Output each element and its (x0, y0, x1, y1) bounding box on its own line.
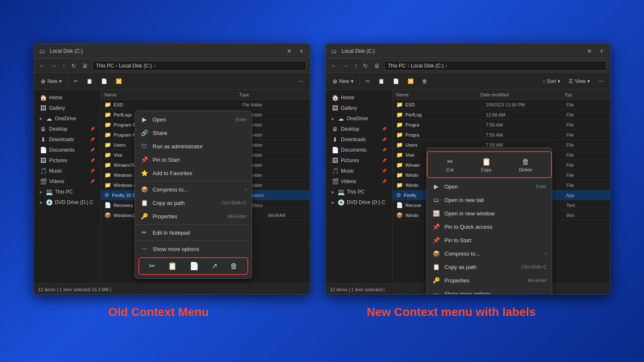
cm-act-share[interactable]: ↗ (210, 260, 219, 272)
right-sidebar-item-pictures[interactable]: 🖼Pictures📌 (327, 155, 391, 165)
right-delete-button[interactable]: 🗑 (419, 75, 431, 87)
sidebar-item-gallery[interactable]: 🖼Gallery (36, 103, 99, 113)
cm-act-cut[interactable]: ✂ (147, 260, 157, 272)
left-explorer-window: 🗂 Local Disk (C:) ✕ + ← → ↑ ↻ 🖥 This PC … (34, 43, 310, 295)
right-label: New Context menu with labels (367, 305, 536, 319)
sidebar-item-downloads[interactable]: ⬇Downloads📌 (36, 134, 99, 145)
right-more-button[interactable]: ⋯ (595, 75, 607, 87)
right-refresh-button[interactable]: ↻ (361, 62, 370, 69)
right-sidebar-item-videos[interactable]: 🎬Videos📌 (327, 176, 391, 186)
right-file-row-esd[interactable]: 📁ESD2/9/2023 11:50 PMFile (393, 100, 610, 110)
cm-pinstart[interactable]: 📌 Pin to Start (135, 153, 252, 166)
right-rename-button[interactable]: 🔀 (404, 75, 417, 87)
right-cm-open[interactable]: ▶ Open Enter (427, 180, 552, 193)
right-breadcrumb[interactable]: This PC › Local Disk (C:) › (384, 61, 607, 71)
left-label: Old Context Menu (108, 305, 209, 319)
right-cm-cut[interactable]: ✂ Cut (443, 155, 457, 174)
cm-showmore[interactable]: ⋯ Show more options (135, 242, 252, 256)
right-sidebar-item-documents[interactable]: 📄Documents📌 (327, 145, 391, 155)
left-context-menu: ▶ Open Enter 🔗 Share 🛡 Run as administra… (135, 111, 252, 279)
cm-open[interactable]: ▶ Open Enter (135, 113, 252, 126)
file-row-esd[interactable]: 📁ESDFile folder (101, 100, 310, 110)
right-file-row-progfiles[interactable]: 📁Progra7:56 AMFile (393, 120, 610, 130)
right-cm-compress[interactable]: 📦 Compress to... › (427, 247, 552, 260)
left-toolbar-sep-1 (68, 77, 68, 85)
right-cm-showmore[interactable]: ⋯ Show more options (427, 287, 552, 295)
left-back-button[interactable]: ← (37, 62, 47, 69)
right-breadcrumb-localdisk: Local Disk (C:) (411, 63, 444, 69)
sidebar-item-videos[interactable]: 🎬Videos📌 (36, 176, 99, 186)
left-window-title: Local Disk (C:) (50, 48, 281, 54)
sidebar-item-desktop[interactable]: 🖥Desktop📌 (36, 124, 99, 134)
sidebar-item-pictures[interactable]: 🖼Pictures📌 (36, 155, 99, 165)
right-back-button[interactable]: ← (329, 62, 338, 69)
left-paste-button[interactable]: 📄 (98, 75, 111, 87)
left-breadcrumb[interactable]: This PC › Local Disk (C:) › (92, 61, 306, 71)
cm-compress[interactable]: 📦 Compress to... › (135, 183, 252, 196)
right-toolbar-right: ↕ Sort ▾ ☰ View ▾ ⋯ (539, 75, 607, 87)
right-paste-button[interactable]: 📄 (390, 75, 402, 87)
right-cm-copypath[interactable]: 📋 Copy as path Ctrl+Shift+C (427, 260, 552, 274)
left-up-button[interactable]: ↑ (61, 62, 67, 69)
cm-act-copy[interactable]: 📋 (166, 260, 179, 272)
right-sidebar-item-desktop[interactable]: 🖥Desktop📌 (327, 124, 391, 134)
right-pc-button[interactable]: 🖥 (372, 62, 382, 69)
breadcrumb-localdisk: Local Disk (C:) (119, 63, 152, 69)
right-up-button[interactable]: ↑ (353, 62, 359, 69)
sidebar-item-music[interactable]: 🎵Music📌 (36, 166, 99, 176)
right-cm-properties[interactable]: 🔑 Properties Alt+Enter (427, 274, 552, 287)
right-cm-opennewtab[interactable]: 🗂 Open in new tab (427, 193, 552, 207)
left-new-button[interactable]: ⊕ New ▾ (37, 75, 65, 87)
right-addressbar: ← → ↑ ↻ 🖥 This PC › Local Disk (C:) › (326, 59, 610, 73)
cm-editnotepad[interactable]: ✏ Edit in Notepad (135, 226, 252, 239)
right-sidebar-item-downloads[interactable]: ⬇Downloads📌 (327, 134, 391, 145)
sidebar-item-home[interactable]: 🏠Home (36, 93, 99, 103)
right-forward-button[interactable]: → (341, 62, 350, 69)
sidebar-item-documents[interactable]: 📄Documents📌 (36, 145, 99, 155)
right-sidebar-item-onedrive[interactable]: ☁OneDrive (327, 114, 391, 124)
sidebar-item-thispc[interactable]: 💻This PC (36, 187, 99, 197)
left-new-tab-button[interactable]: + (297, 47, 306, 55)
right-copy-button[interactable]: 📋 (375, 75, 388, 87)
cm-act-delete[interactable]: 🗑 (229, 260, 239, 272)
right-file-row-perflogs[interactable]: 📁PerfLog12:56 AMFile (393, 110, 610, 120)
right-sidebar-item-dvd[interactable]: 💿DVD Drive (D:) C (327, 197, 391, 207)
right-file-row-progfilesx86[interactable]: 📁Progra7:56 AMFile (393, 130, 610, 140)
right-sidebar-item-thispc[interactable]: 💻This PC (327, 187, 391, 197)
right-cut-button[interactable]: ✂ (362, 75, 373, 87)
left-addressbar: ← → ↑ ↻ 🖥 This PC › Local Disk (C:) › (34, 59, 310, 73)
cm-act-paste[interactable]: 📄 (188, 260, 200, 272)
cm-favorites[interactable]: ⭐ Add to Favorites (135, 166, 252, 180)
left-statusbar: 12 items | 1 item selected 15.3 MB | (34, 283, 310, 295)
right-cm-pinquick[interactable]: 📌 Pin to Quick access (427, 220, 552, 233)
right-cm-opennewwindow[interactable]: 🪟 Open in new window (427, 207, 552, 220)
cm-properties[interactable]: 🔑 Properties Alt+Enter (135, 209, 252, 223)
sidebar-item-onedrive[interactable]: ☁OneDrive (36, 114, 99, 124)
left-rename-button[interactable]: 🔀 (112, 75, 125, 87)
right-sidebar-item-music[interactable]: 🎵Music📌 (327, 166, 391, 176)
right-sidebar-item-gallery[interactable]: 🖼Gallery (327, 103, 391, 113)
left-more-button[interactable]: ⋯ (295, 75, 306, 87)
right-new-tab-button[interactable]: + (597, 47, 606, 55)
cm-runas[interactable]: 🛡 Run as administrator (135, 140, 252, 153)
right-cm-delete[interactable]: 🗑 Delete (516, 156, 536, 174)
left-cut-button[interactable]: ✂ (70, 75, 81, 87)
right-cm-pinstart[interactable]: 📌 Pin to Start (427, 233, 552, 247)
left-copy-button[interactable]: 📋 (83, 75, 96, 87)
left-refresh-button[interactable]: ↻ (70, 62, 78, 69)
right-cm-copy[interactable]: 📋 Copy (478, 155, 495, 174)
right-sort-button[interactable]: ↕ Sort ▾ (539, 75, 564, 87)
right-new-button[interactable]: ⊕ New ▾ (329, 75, 357, 87)
left-pc-button[interactable]: 🖥 (80, 62, 90, 69)
left-forward-button[interactable]: → (49, 62, 58, 69)
cm-share[interactable]: 🔗 Share (135, 126, 252, 140)
cm-copypath[interactable]: 📋 Copy as path Ctrl+Shift+C (135, 196, 252, 209)
sidebar-item-dvd[interactable]: 💿DVD Drive (D:) C (36, 197, 99, 207)
right-view-button[interactable]: ☰ View ▾ (565, 75, 593, 87)
label-row: Old Context Menu New Context menu with l… (37, 305, 607, 319)
right-titlebar: 🗂 Local Disk (C:) ✕ + (326, 44, 610, 59)
right-sidebar-item-home[interactable]: 🏠Home (327, 93, 391, 103)
right-toolbar-sep-1 (359, 77, 360, 85)
right-close-button[interactable]: ✕ (586, 47, 593, 55)
left-close-button[interactable]: ✕ (286, 47, 293, 55)
